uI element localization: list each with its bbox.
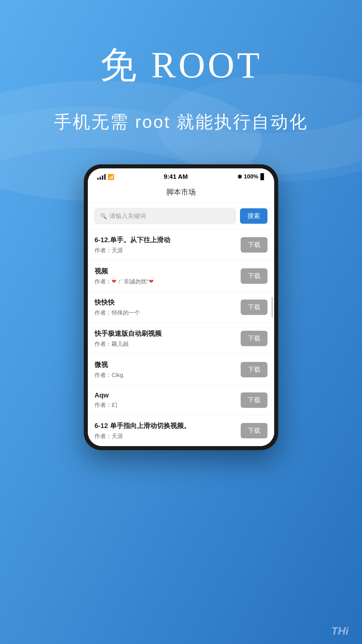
script-name: 6-12 单手指向上滑动切换视频。 [95,421,237,430]
script-author: 作者：特殊的一个 [95,309,237,317]
search-button[interactable]: 搜索 [240,208,267,224]
list-item: Aqw 作者：幻 下载 [88,385,274,415]
phone-mockup: 📶 9:41 AM ✱ 100% ▊ 脚本市场 🔍 请输入关键词 搜索 [84,164,278,450]
download-button[interactable]: 下载 [241,392,267,408]
app-title: 脚本市场 [166,188,196,196]
hero-title: 免 ROOT [0,40,362,90]
list-item: 视频 作者：❤ ㄏ非誠勿扰°❤ 下载 [88,261,274,292]
download-button[interactable]: 下载 [241,362,267,377]
phone-screen: 📶 9:41 AM ✱ 100% ▊ 脚本市场 🔍 请输入关键词 搜索 [88,168,274,446]
hero-subtitle: 手机无需 root 就能执行自动化 [0,110,362,134]
heart-icon-left: ❤ [112,278,116,285]
script-info: Aqw 作者：幻 [95,391,241,409]
download-button[interactable]: 下载 [241,423,267,438]
script-info: 微视 作者：Cikg. [95,360,241,379]
script-info: 快快快 作者：特殊的一个 [95,298,241,317]
watermark: THi [331,625,349,637]
status-time: 9:41 AM [164,173,188,180]
script-name: 6-12.单手。从下往上滑动 [95,235,237,245]
wifi-icon: 📶 [108,174,114,180]
script-author: 作者：天涯 [95,247,237,254]
battery-icon: ▊ [260,173,265,180]
script-author: 作者：Cikg. [95,371,237,379]
script-author: 作者：颖儿姐 [95,340,237,348]
download-button[interactable]: 下载 [241,237,267,253]
app-header: 脚本市场 [88,183,274,203]
signal-icon [97,174,106,180]
battery-percentage: 100% [244,173,258,180]
status-left: 📶 [97,174,114,180]
status-bar: 📶 9:41 AM ✱ 100% ▊ [88,168,274,183]
list-item: 6-12.单手。从下往上滑动 作者：天涯 下载 [88,229,274,261]
list-item: 快快快 作者：特殊的一个 下载 [88,292,274,323]
script-info: 视频 作者：❤ ㄏ非誠勿扰°❤ [95,267,241,285]
hero-section: 免 ROOT 手机无需 root 就能执行自动化 [0,0,362,134]
download-button[interactable]: 下载 [241,300,267,315]
status-right: ✱ 100% ▊ [237,173,265,180]
script-name: 视频 [95,267,237,276]
script-author: 作者：幻 [95,401,237,409]
download-button[interactable]: 下载 [241,268,267,284]
scroll-indicator [272,297,273,317]
search-icon: 🔍 [100,213,107,219]
bluetooth-icon: ✱ [237,173,242,180]
search-input-wrapper[interactable]: 🔍 请输入关键词 [95,208,236,224]
author-name: ㄏ非誠勿扰° [116,278,149,285]
script-name: 微视 [95,360,237,369]
bottom-area: THi [0,604,362,644]
list-item: 快手极速版自动刷视频 作者：颖儿姐 下载 [88,323,274,354]
search-input[interactable]: 请输入关键词 [110,212,146,220]
script-author: 作者：天涯 [95,432,237,440]
phone-frame: 📶 9:41 AM ✱ 100% ▊ 脚本市场 🔍 请输入关键词 搜索 [84,164,278,450]
script-name: Aqw [95,391,237,399]
list-item: 微视 作者：Cikg. 下载 [88,354,274,385]
script-info: 6-12 单手指向上滑动切换视频。 作者：天涯 [95,421,241,440]
search-area: 🔍 请输入关键词 搜索 [88,203,274,229]
heart-icon-right: ❤ [149,278,154,285]
script-list: 6-12.单手。从下往上滑动 作者：天涯 下载 视频 作者：❤ ㄏ非誠勿扰°❤ … [88,229,274,446]
script-info: 6-12.单手。从下往上滑动 作者：天涯 [95,235,241,254]
author-label: 作者： [95,278,112,285]
list-item: 6-12 单手指向上滑动切换视频。 作者：天涯 下载 [88,415,274,446]
script-author: 作者：❤ ㄏ非誠勿扰°❤ [95,278,237,285]
download-button[interactable]: 下载 [241,331,267,346]
script-info: 快手极速版自动刷视频 作者：颖儿姐 [95,329,241,348]
script-name: 快快快 [95,298,237,307]
script-name: 快手极速版自动刷视频 [95,329,237,338]
